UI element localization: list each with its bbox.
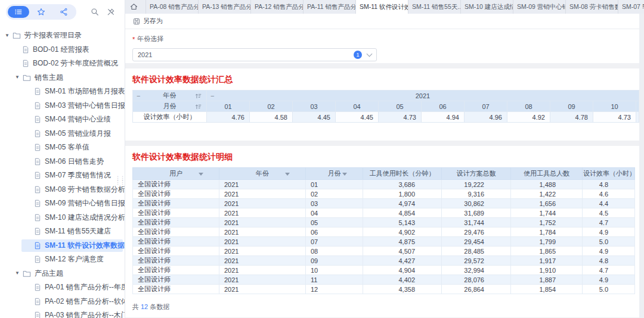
tab[interactable]: SM-09 营销中心销...: [513, 0, 566, 14]
column-header-sortable[interactable]: 月份: [306, 168, 363, 180]
tree-folder-row[interactable]: ▼劳卡报表管理目录: [0, 29, 125, 43]
sidebar-resize-handle[interactable]: ⋮⋮⋮⋮: [115, 176, 125, 185]
tree-file-row[interactable]: SM-03 营销中心销售日报: [0, 99, 125, 113]
number-cell: 19,222: [442, 180, 511, 189]
tab[interactable]: SM-08 劳卡销售数...: [566, 0, 618, 14]
favorites-button[interactable]: [30, 6, 52, 18]
efficiency-value-cell: 4.92: [507, 112, 550, 123]
file-icon: [34, 214, 41, 222]
tree-file-row[interactable]: SM-08 劳卡销售数据分析: [0, 183, 125, 197]
efficiency-value-cell: 4.76: [207, 112, 250, 123]
filter-dropdown-icon[interactable]: [342, 173, 347, 176]
record-count: 共12条数据: [132, 303, 639, 311]
month-header-cell: 05: [379, 101, 422, 112]
collapse-button[interactable]: −: [210, 92, 214, 99]
list-view-button[interactable]: [8, 6, 29, 18]
tree-file-row[interactable]: SM-05 营销业绩月报: [0, 127, 125, 141]
search-icon[interactable]: [91, 8, 99, 16]
text-cell: 07: [306, 237, 363, 247]
month-header-cell: 10: [593, 101, 636, 112]
collapse-button[interactable]: −: [137, 92, 140, 99]
caret-down-icon[interactable]: ▼: [15, 75, 20, 80]
file-icon: [34, 242, 41, 250]
text-cell: 2021: [219, 208, 306, 218]
tree-file-row[interactable]: SM-05 客单值: [0, 141, 125, 155]
number-cell: 29,454: [442, 237, 511, 247]
tree-file-row[interactable]: PA-02 销售产品分析--软体: [0, 295, 125, 309]
year-row-label: 年份: [163, 92, 177, 99]
table-row: 全国设计师2021084,50728,4851,8654.9: [133, 247, 635, 256]
summary-month-header-cell[interactable]: 月份: [133, 101, 207, 112]
tree-file-row[interactable]: SM-04 营销中心业绩: [0, 113, 125, 127]
column-header-sortable[interactable]: 用户: [133, 168, 219, 180]
sort-icon[interactable]: [195, 93, 202, 99]
tree-file-row[interactable]: SM-07 季度销售情况: [0, 169, 125, 183]
report-content: * 年份选择 2021 1 软件设计效率数据统计汇总 −年份−2021月份010…: [125, 29, 644, 318]
text-cell: 2021: [219, 285, 306, 294]
month-row-label: 月份: [163, 102, 177, 110]
tab[interactable]: PA-13 销售产品分...: [199, 0, 251, 14]
number-cell: 29,476: [442, 227, 511, 237]
share-view-button[interactable]: [53, 6, 75, 18]
text-cell: 2021: [219, 247, 306, 256]
tree-file-row[interactable]: SM-06 日销售走势: [0, 155, 125, 169]
tree-file-row[interactable]: SM-10 建店达成情况分析: [0, 211, 125, 225]
table-row: 全国设计师2021094,42729,5721,9174.8: [133, 256, 635, 266]
number-cell: 4,358: [363, 285, 442, 294]
text-cell: 03: [306, 199, 363, 208]
year-select[interactable]: 2021 1: [132, 48, 377, 61]
tree-file-row[interactable]: SM-11 软件设计效率数据统计: [0, 239, 125, 253]
tab[interactable]: SM-11 销售55天...: [408, 0, 461, 14]
text-cell: 全国设计师: [133, 227, 219, 237]
filter-dropdown-icon[interactable]: [285, 173, 290, 176]
tab[interactable]: PA-12 销售产品分...: [251, 0, 304, 14]
tree-item-label: 劳卡报表管理目录: [24, 30, 82, 40]
filter-dropdown-icon[interactable]: [562, 173, 566, 176]
filter-dropdown-icon[interactable]: [421, 173, 426, 176]
tab[interactable]: SM-07 季度销售...: [618, 0, 644, 14]
number-cell: 26,864: [442, 285, 511, 294]
panel-divider: [125, 141, 639, 146]
sort-icon[interactable]: [195, 104, 202, 110]
tree-item-label: BOD-02 劳卡年度经营概况: [33, 58, 118, 68]
number-cell: 4.4: [583, 199, 635, 208]
tab[interactable]: PA-08 销售产品分...: [146, 0, 199, 14]
tree-folder-row[interactable]: ▼销售主题: [0, 71, 125, 85]
number-cell: 4,427: [363, 256, 442, 266]
summary-year-header-cell[interactable]: −年份: [133, 91, 207, 101]
number-cell: 4.9: [583, 275, 635, 285]
tree-file-row[interactable]: BOD-01 经营报表: [0, 43, 125, 57]
tab[interactable]: SM-10 建店达成情...: [461, 0, 513, 14]
filter-dropdown-icon[interactable]: [199, 173, 203, 176]
number-cell: 5.0: [583, 285, 635, 294]
number-cell: 30,862: [442, 199, 511, 208]
tree-file-row[interactable]: SM-12 客户满意度: [0, 252, 125, 267]
column-header-sortable[interactable]: 设计方案总数: [442, 168, 511, 180]
vertical-scrollbar[interactable]: [639, 14, 644, 318]
tree-file-row[interactable]: SM-01 市场部销售月报表: [0, 85, 125, 99]
save-as-button[interactable]: 另存为: [133, 17, 163, 26]
tab[interactable]: SM-11 软件设计效...: [356, 0, 408, 14]
tree-folder-row[interactable]: ▼产品主题: [0, 267, 125, 281]
caret-down-icon[interactable]: ▼: [5, 33, 10, 38]
tree-file-row[interactable]: BOD-02 劳卡年度经营概况: [0, 57, 125, 71]
caret-down-icon[interactable]: ▼: [15, 271, 20, 276]
tree-file-row[interactable]: PA-01 销售产品分析--年度走势: [0, 280, 125, 295]
tab-label: SM-11 销售55天...: [412, 3, 461, 11]
column-header-label: 用户: [169, 170, 182, 177]
tree-file-row[interactable]: SM-09 营销中心销售日报: [0, 197, 125, 211]
year-select-value: 2021: [138, 51, 354, 58]
column-header-static[interactable]: 设计效率（小时）: [583, 168, 635, 180]
column-header-sortable[interactable]: 使用工具总人数: [511, 168, 583, 180]
column-header-sortable[interactable]: 工具使用时长（分钟）: [363, 168, 442, 180]
month-header-cell: 09: [550, 101, 593, 112]
tree-item-label: SM-04 营销中心业绩: [45, 114, 111, 124]
pin-icon[interactable]: [107, 8, 115, 16]
tab-home[interactable]: [125, 0, 146, 14]
tree-file-row[interactable]: SM-11 销售55天建店: [0, 225, 125, 239]
tree-file-row[interactable]: PA-03 销售产品分析--木门销售: [0, 308, 125, 318]
tab[interactable]: PA-11 销售产品分...: [304, 0, 356, 14]
column-header-sortable[interactable]: 年份: [219, 168, 306, 180]
filter-dropdown-icon[interactable]: [490, 173, 495, 176]
main-area: PA-08 销售产品分...PA-13 销售产品分...PA-12 销售产品分.…: [125, 0, 644, 318]
